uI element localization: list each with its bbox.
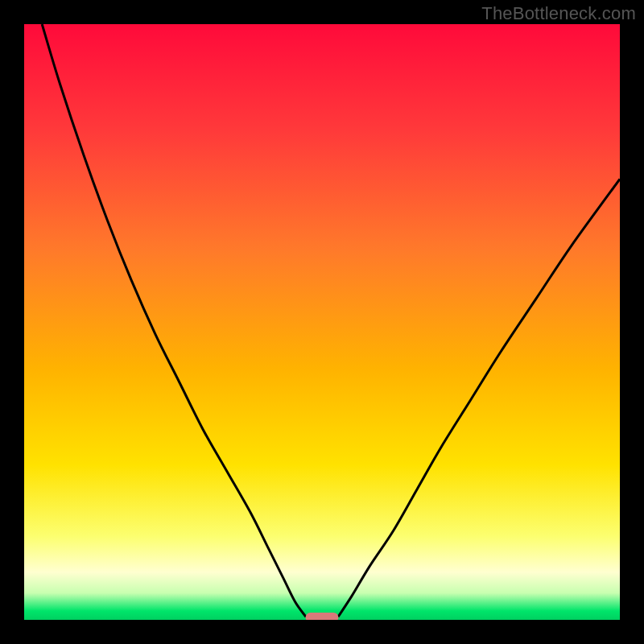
chart-frame: TheBottleneck.com — [0, 0, 644, 644]
plot-area — [24, 24, 620, 620]
gradient-background — [24, 24, 620, 620]
chart-canvas — [24, 24, 620, 620]
watermark-label: TheBottleneck.com — [481, 3, 636, 24]
bottleneck-marker — [306, 613, 339, 620]
